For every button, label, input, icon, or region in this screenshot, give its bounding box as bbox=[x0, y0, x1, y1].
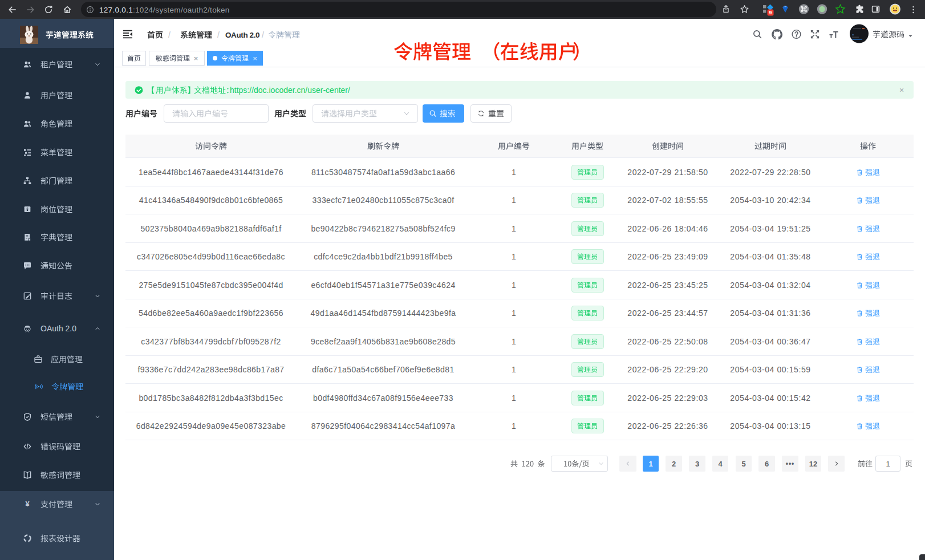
svg-text:¥: ¥ bbox=[25, 500, 29, 508]
svg-text:9: 9 bbox=[769, 9, 772, 15]
